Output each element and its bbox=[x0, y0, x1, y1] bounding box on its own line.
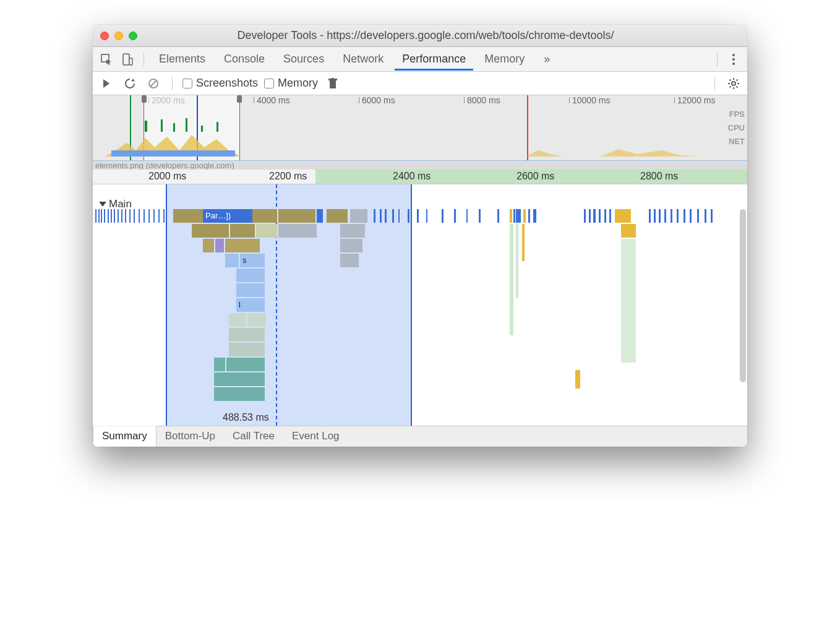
ruler-tick: 2800 ms bbox=[640, 171, 678, 182]
tab-memory[interactable]: Memory bbox=[477, 48, 532, 71]
svg-rect-78 bbox=[697, 209, 699, 223]
tab-network[interactable]: Network bbox=[335, 48, 391, 71]
ruler-tick: 2400 ms bbox=[393, 171, 431, 182]
tab-console[interactable]: Console bbox=[216, 48, 272, 71]
svg-rect-57 bbox=[510, 209, 512, 223]
screenshots-checkbox[interactable]: Screenshots bbox=[182, 77, 258, 90]
svg-rect-50 bbox=[442, 209, 444, 223]
detail-tab-summary[interactable]: Summary bbox=[93, 426, 156, 447]
svg-rect-8 bbox=[330, 80, 336, 88]
svg-rect-63 bbox=[584, 209, 586, 223]
svg-rect-45 bbox=[392, 209, 394, 223]
more-tabs-icon[interactable]: » bbox=[538, 51, 555, 68]
detail-tab-bottomup[interactable]: Bottom-Up bbox=[156, 426, 224, 447]
minimize-window-button[interactable] bbox=[114, 32, 123, 40]
svg-point-3 bbox=[732, 54, 735, 56]
svg-rect-52 bbox=[466, 209, 468, 223]
network-row-label: elements.png (developers.google.com) bbox=[93, 161, 747, 170]
ov-tick-label: 8000 ms bbox=[467, 95, 500, 105]
flame-chart[interactable]: Main 488.53 ms Par…]) bbox=[93, 184, 747, 426]
garbage-collect-icon[interactable] bbox=[324, 75, 341, 92]
kebab-menu-icon[interactable] bbox=[725, 51, 742, 68]
main-thread-label: Main bbox=[109, 198, 132, 210]
separator bbox=[172, 77, 173, 90]
ruler-tick: 2000 ms bbox=[148, 171, 186, 182]
svg-point-11 bbox=[732, 82, 735, 85]
svg-rect-26 bbox=[101, 209, 102, 223]
selection-handle-left[interactable] bbox=[142, 95, 147, 103]
svg-rect-64 bbox=[589, 209, 591, 223]
reload-icon[interactable] bbox=[121, 75, 139, 92]
svg-rect-69 bbox=[615, 209, 631, 223]
flame-block-parse[interactable]: Par…]) bbox=[203, 209, 252, 223]
svg-rect-29 bbox=[111, 209, 112, 223]
svg-rect-72 bbox=[659, 209, 661, 223]
svg-rect-48 bbox=[417, 209, 419, 223]
svg-rect-68 bbox=[609, 209, 611, 223]
svg-rect-67 bbox=[604, 209, 606, 223]
svg-rect-44 bbox=[385, 209, 387, 223]
svg-rect-62 bbox=[533, 209, 536, 223]
tab-elements[interactable]: Elements bbox=[152, 48, 213, 71]
scrollbar-vertical[interactable] bbox=[740, 209, 746, 382]
ruler-tick: 2600 ms bbox=[516, 171, 554, 182]
svg-rect-70 bbox=[649, 209, 651, 223]
devtools-window: Developer Tools - https://developers.goo… bbox=[93, 25, 747, 447]
window-title: Developer Tools - https://developers.goo… bbox=[142, 29, 740, 42]
zoom-window-button[interactable] bbox=[129, 32, 137, 40]
svg-rect-49 bbox=[426, 209, 427, 223]
device-toolbar-icon[interactable] bbox=[119, 51, 136, 68]
svg-rect-31 bbox=[118, 209, 119, 223]
svg-rect-80 bbox=[711, 209, 713, 223]
overview-cpu-graph bbox=[93, 132, 747, 157]
svg-rect-53 bbox=[479, 209, 481, 223]
svg-line-17 bbox=[737, 86, 738, 87]
detail-tabstrip: Summary Bottom-Up Call Tree Event Log bbox=[93, 426, 747, 447]
timeline-ruler[interactable]: 2000 ms 2200 ms 2400 ms 2600 ms 2800 ms … bbox=[93, 170, 747, 184]
flame-block-l[interactable]: l bbox=[236, 298, 265, 312]
flame-block-s[interactable]: s bbox=[240, 254, 265, 267]
svg-rect-24 bbox=[95, 209, 96, 223]
svg-line-18 bbox=[730, 86, 731, 87]
svg-rect-54 bbox=[497, 209, 499, 223]
tab-performance[interactable]: Performance bbox=[395, 48, 473, 71]
svg-rect-27 bbox=[104, 209, 105, 223]
svg-rect-43 bbox=[380, 209, 382, 223]
traffic-lights bbox=[100, 32, 137, 40]
svg-rect-10 bbox=[332, 78, 334, 79]
panel-tabstrip: Elements Console Sources Network Perform… bbox=[93, 47, 747, 72]
svg-rect-47 bbox=[408, 209, 409, 223]
svg-rect-2 bbox=[129, 58, 132, 65]
ov-tick-label: 10000 ms bbox=[572, 95, 610, 105]
record-icon[interactable] bbox=[98, 75, 115, 92]
memory-checkbox[interactable]: Memory bbox=[264, 77, 318, 90]
svg-rect-32 bbox=[121, 209, 122, 223]
svg-rect-41 bbox=[163, 209, 165, 223]
ov-tick-label: 12000 ms bbox=[677, 95, 715, 105]
main-thread-toggle[interactable]: Main bbox=[99, 198, 132, 210]
memory-label: Memory bbox=[278, 77, 318, 90]
svg-point-4 bbox=[732, 58, 735, 61]
svg-rect-76 bbox=[684, 209, 685, 223]
detail-tab-calltree[interactable]: Call Tree bbox=[224, 426, 283, 447]
separator bbox=[714, 77, 715, 90]
svg-rect-33 bbox=[125, 209, 126, 223]
svg-rect-25 bbox=[98, 209, 100, 223]
svg-rect-35 bbox=[134, 209, 135, 223]
settings-gear-icon[interactable] bbox=[725, 75, 742, 92]
overview-pane[interactable]: 2000 ms 4000 ms 6000 ms 8000 ms 10000 ms… bbox=[93, 95, 747, 170]
detail-tab-eventlog[interactable]: Event Log bbox=[283, 426, 348, 447]
inspect-element-icon[interactable] bbox=[98, 51, 115, 68]
svg-rect-39 bbox=[153, 209, 155, 223]
close-window-button[interactable] bbox=[100, 32, 109, 40]
clear-icon[interactable] bbox=[145, 75, 162, 92]
svg-rect-40 bbox=[158, 209, 160, 223]
ruler-tick: 2200 ms bbox=[269, 171, 307, 182]
tab-sources[interactable]: Sources bbox=[276, 48, 332, 71]
performance-toolbar: Screenshots Memory bbox=[93, 72, 747, 95]
svg-rect-77 bbox=[690, 209, 692, 223]
svg-rect-51 bbox=[454, 209, 456, 223]
svg-rect-59 bbox=[517, 209, 521, 223]
svg-rect-66 bbox=[599, 209, 601, 223]
selection-handle-right[interactable] bbox=[237, 95, 242, 103]
